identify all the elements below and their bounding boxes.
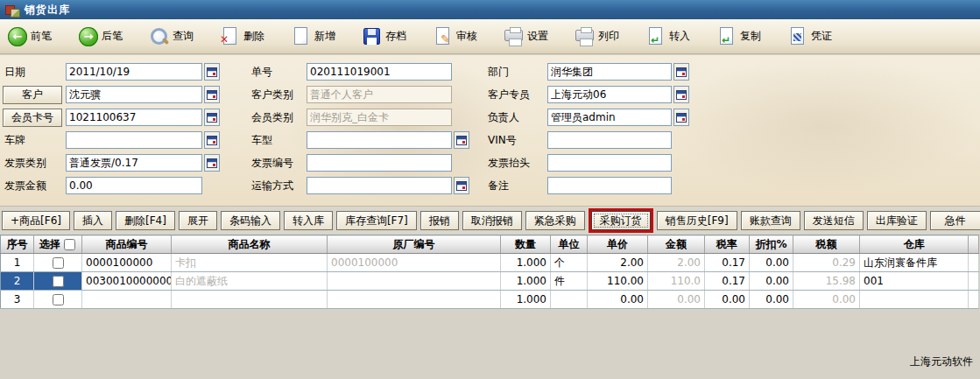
- toolbar-label: 删除: [243, 29, 264, 44]
- date-lookup-button[interactable]: [204, 63, 220, 81]
- row-checkbox[interactable]: [53, 257, 64, 269]
- audit-button[interactable]: ✎ 审核: [431, 22, 479, 52]
- add-product-button[interactable]: +商品[F6]: [2, 211, 70, 230]
- insert-button[interactable]: 插入: [74, 211, 112, 230]
- row-checkbox[interactable]: [53, 294, 64, 305]
- app-icon: [5, 4, 18, 16]
- urgent-button[interactable]: 急件: [930, 211, 980, 230]
- product-code-cell[interactable]: [82, 291, 172, 309]
- qty-cell[interactable]: 1.000: [501, 272, 551, 291]
- warehouse-cell[interactable]: 山东润寰备件库: [860, 254, 969, 272]
- prev-record-button[interactable]: ← 前笔: [5, 22, 53, 52]
- product-name-cell[interactable]: 卡扣: [172, 254, 328, 272]
- row-seq[interactable]: 2: [1, 272, 34, 291]
- qty-cell[interactable]: 1.000: [501, 254, 551, 272]
- vin-input[interactable]: [547, 131, 672, 149]
- customer-rep-input[interactable]: [547, 86, 672, 103]
- manager-input[interactable]: [547, 109, 672, 126]
- oem-code-cell[interactable]: [328, 291, 501, 309]
- invoice-amount-input[interactable]: [66, 177, 202, 194]
- customer-button[interactable]: 客户: [3, 86, 62, 104]
- tax-rate-cell[interactable]: 0.00: [705, 291, 750, 309]
- unit-cell[interactable]: 个: [551, 254, 588, 272]
- delete-row-button[interactable]: 删除[F4]: [116, 211, 175, 230]
- print-setup-button[interactable]: 设置: [502, 22, 550, 52]
- product-name-cell[interactable]: 白的遮蔽纸: [172, 272, 328, 291]
- invoice-type-label: 发票类别: [4, 154, 62, 172]
- new-button[interactable]: 新增: [289, 22, 337, 52]
- window-title: 销货出库: [25, 3, 70, 18]
- delete-button[interactable]: ✕ 删除: [218, 22, 266, 52]
- calendar-grid-icon: [456, 181, 467, 191]
- warehouse-cell[interactable]: 001: [860, 272, 969, 291]
- tax-rate-cell[interactable]: 0.17: [705, 254, 750, 272]
- model-input[interactable]: [307, 131, 452, 149]
- stock-query-button[interactable]: 库存查询[F7]: [336, 211, 417, 230]
- expand-button[interactable]: 展开: [179, 211, 217, 230]
- send-sms-button[interactable]: 发送短信: [804, 211, 864, 230]
- invoice-type-input[interactable]: [66, 154, 202, 172]
- invoice-type-lookup-button[interactable]: [204, 154, 220, 172]
- row-seq[interactable]: 1: [1, 254, 34, 272]
- unit-cell[interactable]: 件: [551, 272, 588, 291]
- invoice-title-input[interactable]: [547, 154, 672, 172]
- row-checkbox[interactable]: [53, 276, 64, 287]
- product-code-cell[interactable]: 0000100000: [82, 254, 172, 272]
- plate-label: 车牌: [4, 131, 62, 149]
- tax-rate-cell[interactable]: 0.17: [705, 272, 750, 291]
- titlebar: 销货出库: [0, 0, 980, 19]
- qty-cell[interactable]: 1.000: [501, 291, 551, 309]
- discount-cell[interactable]: 0.00: [750, 254, 793, 272]
- invoice-no-input[interactable]: [307, 154, 452, 172]
- col-discount: 折扣%: [750, 235, 793, 254]
- new-document-icon: [291, 26, 312, 47]
- product-code-cell[interactable]: 00300100000002: [82, 272, 172, 291]
- row-seq[interactable]: 3: [1, 291, 34, 309]
- price-cell[interactable]: 0.00: [588, 291, 648, 309]
- price-cell[interactable]: 110.00: [588, 272, 648, 291]
- cancel-reimburse-button[interactable]: 取消报销: [462, 211, 522, 230]
- urgent-purchase-button[interactable]: 紧急采购: [525, 211, 585, 230]
- save-button[interactable]: 存档: [360, 22, 408, 52]
- query-button[interactable]: 查询: [147, 22, 195, 52]
- copy-button[interactable]: ↵ 复制: [715, 22, 763, 52]
- reimburse-button[interactable]: 报销: [420, 211, 459, 230]
- plate-input[interactable]: [66, 131, 202, 149]
- unit-cell[interactable]: [551, 291, 588, 309]
- next-record-button[interactable]: → 后笔: [76, 22, 124, 52]
- voucher-button[interactable]: 凭证: [786, 22, 834, 52]
- product-name-cell[interactable]: [172, 291, 328, 309]
- transfer-warehouse-button[interactable]: 转入库: [284, 211, 333, 230]
- date-input[interactable]: [66, 63, 202, 81]
- transport-lookup-button[interactable]: [454, 177, 469, 194]
- transport-input[interactable]: [307, 177, 452, 194]
- outbound-verify-button[interactable]: 出库验证: [867, 211, 927, 230]
- oem-code-cell[interactable]: [328, 272, 501, 291]
- member-card-input[interactable]: [66, 109, 202, 126]
- discount-cell[interactable]: 0.00: [750, 272, 793, 291]
- barcode-input-button[interactable]: 条码输入: [221, 211, 280, 230]
- price-cell[interactable]: 2.00: [588, 254, 648, 272]
- member-card-lookup-button[interactable]: [204, 109, 220, 126]
- order-no-input[interactable]: [307, 63, 452, 81]
- manager-lookup-button[interactable]: [673, 109, 689, 126]
- remark-input[interactable]: [547, 177, 672, 194]
- transfer-in-button[interactable]: ↵ 转入: [644, 22, 692, 52]
- department-input[interactable]: [547, 63, 672, 81]
- account-query-button[interactable]: 账款查询: [741, 211, 800, 230]
- print-button[interactable]: 列印: [573, 22, 621, 52]
- plate-lookup-button[interactable]: [204, 131, 220, 149]
- customer-input[interactable]: [66, 86, 202, 103]
- col-qty: 数量: [501, 235, 551, 254]
- member-card-button[interactable]: 会员卡号: [3, 109, 62, 127]
- department-lookup-button[interactable]: [673, 63, 689, 81]
- warehouse-cell[interactable]: [860, 291, 969, 309]
- customer-rep-lookup-button[interactable]: [673, 86, 689, 103]
- sales-history-button[interactable]: 销售历史[F9]: [657, 211, 737, 230]
- model-lookup-button[interactable]: [454, 131, 469, 149]
- oem-code-cell[interactable]: 0000100000: [328, 254, 501, 272]
- select-all-checkbox[interactable]: [64, 239, 75, 250]
- purchase-order-button[interactable]: 采购订货: [591, 211, 651, 230]
- discount-cell[interactable]: 0.00: [750, 291, 793, 309]
- customer-lookup-button[interactable]: [204, 86, 220, 103]
